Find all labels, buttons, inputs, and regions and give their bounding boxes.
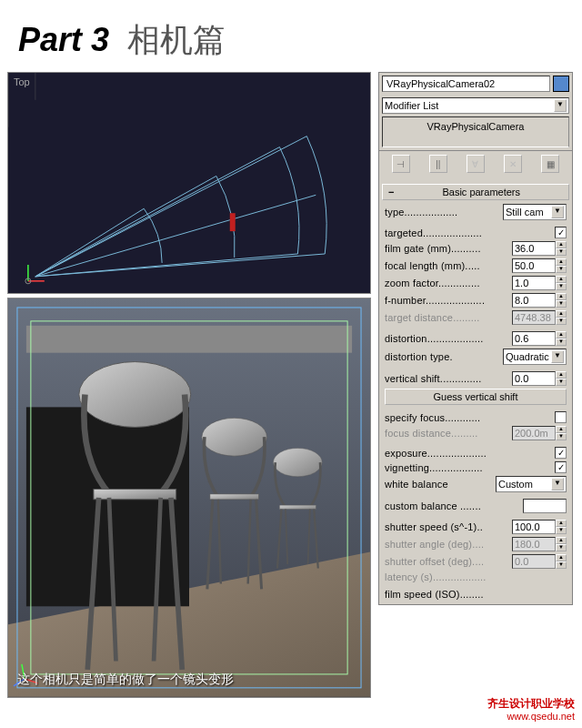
svg-point-12 <box>274 448 323 476</box>
object-color-swatch[interactable] <box>553 76 569 92</box>
distortiontype-select[interactable]: Quadratic▼ <box>503 349 567 365</box>
zoom-input[interactable]: 1.0 <box>512 276 556 290</box>
pin-stack-icon[interactable]: ⊣ <box>392 155 410 173</box>
exposure-label: exposure.................... <box>385 448 551 459</box>
svg-rect-9 <box>26 326 352 353</box>
distortion-spinner[interactable]: ▲▼ <box>556 331 567 346</box>
modifier-stack-item[interactable]: VRayPhysicalCamera <box>382 116 569 147</box>
page-title-subtitle: 相机篇 <box>127 18 226 63</box>
vshift-spinner[interactable]: ▲▼ <box>556 371 567 386</box>
wireframe-graphic <box>8 73 370 294</box>
targetdist-spinner: ▲▼ <box>556 310 567 325</box>
latency-label: latency (s).................. <box>385 571 567 582</box>
distortion-label: distortion................... <box>385 333 512 344</box>
configure-icon[interactable]: ▦ <box>541 155 559 173</box>
object-name-field[interactable]: VRayPhysicalCamera02 <box>382 76 550 92</box>
distortiontype-label: distortion type. <box>385 351 503 362</box>
vignetting-checkbox[interactable]: ✓ <box>555 461 567 473</box>
viewport-top[interactable]: Top <box>7 72 371 294</box>
focallength-input[interactable]: 50.0 <box>512 258 556 273</box>
targeted-checkbox[interactable]: ✓ <box>555 227 567 238</box>
custombal-label: custom balance ....... <box>385 500 523 511</box>
modifier-list-label: Modifier List <box>385 100 438 111</box>
type-select[interactable]: Still cam▼ <box>503 204 567 220</box>
filmgate-input[interactable]: 36.0 <box>512 241 556 256</box>
distortion-input[interactable]: 0.6 <box>512 331 556 346</box>
zoom-label: zoom factor.............. <box>385 278 512 288</box>
exposure-checkbox[interactable]: ✓ <box>555 447 567 459</box>
watermark-url: www.qsedu.net <box>487 711 575 723</box>
watermark-text: 齐生设计职业学校 <box>487 697 575 710</box>
focusdist-spinner: ▲▼ <box>556 426 567 440</box>
focallength-label: focal length (mm)..... <box>385 260 512 271</box>
chevron-down-icon: ▼ <box>551 350 564 363</box>
focusdist-label: focus distance......... <box>385 428 512 439</box>
focallength-spinner[interactable]: ▲▼ <box>556 258 567 273</box>
shutteroffset-spinner: ▲▼ <box>556 554 567 569</box>
chevron-down-icon: ▼ <box>554 99 567 112</box>
rollout-header[interactable]: − Basic parameters <box>382 184 569 200</box>
shutterangle-spinner: ▲▼ <box>556 537 567 551</box>
minus-icon: − <box>388 187 394 197</box>
rollout-title: Basic parameters <box>399 187 563 197</box>
shutteroffset-input: 0.0 <box>512 554 556 569</box>
wb-label: white balance <box>385 479 496 490</box>
vshift-label: vertical shift.............. <box>385 373 512 384</box>
focusdist-input: 200.0m <box>512 426 556 440</box>
custombal-swatch[interactable] <box>523 499 567 513</box>
filmgate-label: film gate (mm).......... <box>385 243 512 254</box>
targetdist-label: target distance......... <box>385 312 512 323</box>
specifyfocus-checkbox[interactable] <box>555 411 567 423</box>
svg-rect-19 <box>210 494 259 500</box>
svg-point-18 <box>202 418 267 456</box>
chevron-down-icon: ▼ <box>551 478 564 490</box>
chevron-down-icon: ▼ <box>551 206 564 218</box>
specifyfocus-label: specify focus............ <box>385 412 551 423</box>
modifier-list-dropdown[interactable]: Modifier List ▼ <box>382 97 569 114</box>
filmgate-spinner[interactable]: ▲▼ <box>556 241 567 256</box>
shutterspeed-label: shutter speed (s^-1).. <box>385 521 512 532</box>
page-title-part: Part 3 <box>18 21 109 59</box>
fnumber-input[interactable]: 8.0 <box>512 293 556 308</box>
targeted-label: targeted.................... <box>385 228 551 238</box>
shutterangle-input: 180.0 <box>512 537 556 551</box>
fnumber-spinner[interactable]: ▲▼ <box>556 293 567 308</box>
shutterspeed-input[interactable]: 100.0 <box>512 520 556 534</box>
render-preview <box>8 298 370 697</box>
watermark: 齐生设计职业学校 www.qsedu.net <box>487 697 575 723</box>
zoom-spinner[interactable]: ▲▼ <box>556 276 567 290</box>
fnumber-label: f-number.................... <box>385 295 512 306</box>
svg-rect-13 <box>279 505 316 509</box>
guess-vshift-button[interactable]: Guess vertical shift <box>385 389 567 405</box>
filmspeed-label: film speed (ISO)........ <box>385 589 567 600</box>
type-label: type.................. <box>385 207 503 217</box>
svg-rect-25 <box>94 489 176 499</box>
wb-select[interactable]: Custom▼ <box>496 476 567 492</box>
viewport-caption: 这个相机只是简单的做了一个镜头变形 <box>17 672 234 688</box>
vshift-input[interactable]: 0.0 <box>512 371 556 386</box>
modify-panel: VRayPhysicalCamera02 Modifier List ▼ VRa… <box>378 72 573 605</box>
viewport-perspective[interactable]: VRayPhy... 这个相机只是简单的做了一个镜头变形 <box>7 298 371 698</box>
svg-point-24 <box>79 362 191 428</box>
shutterspeed-spinner[interactable]: ▲▼ <box>556 520 567 534</box>
targetdist-input: 4748.38 <box>512 310 556 325</box>
show-end-icon[interactable]: || <box>429 155 447 173</box>
shutterangle-label: shutter angle (deg).... <box>385 539 512 550</box>
svg-rect-0 <box>230 213 236 231</box>
vignetting-label: vignetting.................. <box>385 462 551 473</box>
shutteroffset-label: shutter offset (deg).... <box>385 556 512 567</box>
unique-icon[interactable]: ∀ <box>467 155 485 173</box>
remove-icon[interactable]: ✕ <box>504 155 522 173</box>
